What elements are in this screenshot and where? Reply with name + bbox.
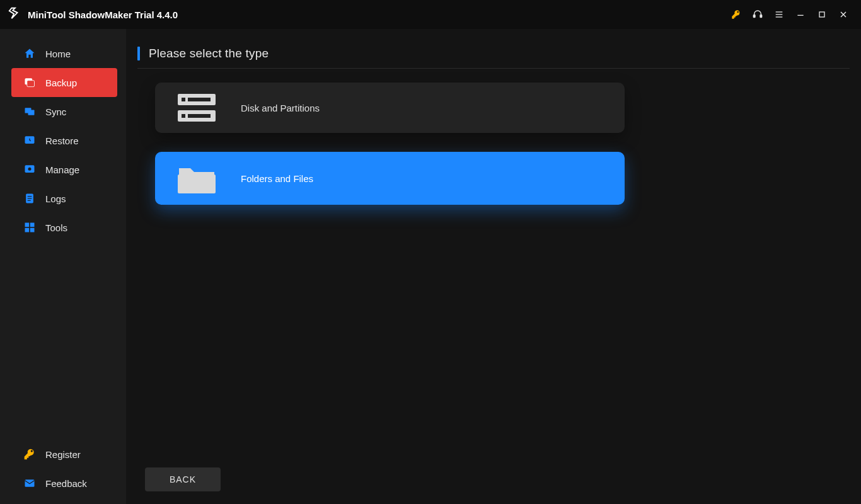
sidebar-item-label: Sync	[45, 106, 66, 117]
sidebar-item-manage[interactable]: Manage	[11, 155, 117, 184]
disk-icon	[174, 90, 219, 125]
titlebar-left: MiniTool ShadowMaker Trial 4.4.0	[8, 6, 178, 23]
app-logo-icon	[8, 6, 21, 23]
sync-icon	[23, 105, 37, 118]
svg-rect-31	[178, 175, 216, 193]
option-label: Folders and Files	[241, 173, 313, 184]
sidebar-item-label: Restore	[45, 135, 79, 146]
svg-rect-0	[753, 15, 755, 18]
sidebar-item-label: Manage	[45, 164, 79, 175]
svg-rect-6	[819, 12, 824, 17]
svg-point-15	[28, 168, 32, 171]
sidebar-item-home[interactable]: Home	[11, 39, 117, 68]
register-key-button[interactable]	[726, 4, 746, 25]
svg-rect-26	[182, 98, 185, 101]
restore-icon	[23, 134, 37, 147]
sidebar-item-feedback[interactable]: Feedback	[11, 469, 117, 498]
svg-rect-21	[30, 223, 35, 227]
sidebar-item-label: Home	[45, 49, 71, 59]
minimize-button[interactable]	[790, 4, 811, 25]
sidebar-item-label: Register	[45, 449, 81, 460]
manage-icon	[23, 163, 37, 176]
back-button-label: BACK	[170, 474, 196, 484]
home-icon	[23, 47, 37, 60]
svg-rect-23	[30, 228, 35, 232]
svg-rect-29	[182, 114, 185, 118]
svg-rect-12	[28, 110, 35, 115]
option-folders-files[interactable]: Folders and Files	[155, 152, 625, 205]
svg-rect-1	[760, 15, 762, 18]
tools-icon	[23, 220, 37, 234]
sidebar-item-label: Backup	[45, 77, 77, 88]
sidebar-item-backup[interactable]: Backup	[11, 68, 117, 97]
sidebar-item-register[interactable]: Register	[11, 440, 117, 469]
svg-rect-24	[25, 479, 35, 487]
app-title: MiniTool ShadowMaker Trial 4.4.0	[28, 9, 178, 20]
backup-icon	[23, 76, 37, 89]
main-layout: Home Backup Sync Restore Manage	[0, 29, 861, 504]
svg-rect-20	[25, 223, 30, 227]
page-header: Please select the type	[137, 47, 850, 69]
svg-rect-30	[188, 114, 211, 118]
titlebar-controls	[726, 4, 853, 25]
sidebar: Home Backup Sync Restore Manage	[0, 29, 126, 504]
option-label: Disk and Partitions	[241, 103, 320, 113]
sidebar-item-label: Tools	[45, 222, 67, 233]
sidebar-item-label: Logs	[45, 193, 66, 204]
menu-button[interactable]	[769, 4, 789, 25]
svg-rect-10	[27, 81, 35, 87]
close-button[interactable]	[833, 4, 853, 25]
svg-rect-27	[188, 98, 211, 101]
titlebar: MiniTool ShadowMaker Trial 4.4.0	[0, 0, 861, 29]
back-button[interactable]: BACK	[145, 467, 221, 491]
page-title: Please select the type	[149, 47, 269, 60]
sidebar-item-tools[interactable]: Tools	[11, 213, 117, 242]
option-disk-partitions[interactable]: Disk and Partitions	[155, 83, 625, 133]
content-area: Please select the type Disk and Partitio…	[126, 29, 861, 504]
header-accent-bar	[137, 47, 140, 60]
folder-icon	[174, 161, 219, 196]
sidebar-item-restore[interactable]: Restore	[11, 126, 117, 155]
mail-icon	[23, 476, 37, 490]
sidebar-item-logs[interactable]: Logs	[11, 184, 117, 213]
logs-icon	[23, 192, 37, 205]
key-icon	[23, 447, 37, 461]
support-button[interactable]	[748, 4, 768, 25]
sidebar-item-sync[interactable]: Sync	[11, 97, 117, 126]
svg-rect-22	[25, 228, 30, 232]
maximize-button[interactable]	[812, 4, 832, 25]
type-options: Disk and Partitions Folders and Files	[137, 83, 850, 205]
sidebar-item-label: Feedback	[45, 478, 87, 489]
